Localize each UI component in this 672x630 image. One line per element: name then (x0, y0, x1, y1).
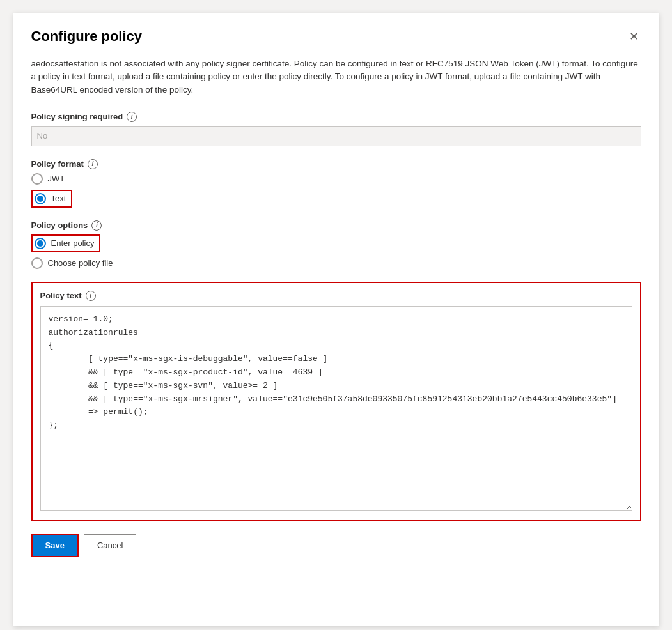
radio-jwt-label: JWT (48, 174, 65, 183)
dialog-title: Configure policy (31, 28, 143, 45)
policy-options-radio-group: Enter policy Choose policy file (31, 234, 641, 269)
radio-enter-policy-input[interactable] (35, 238, 46, 249)
policy-text-info-icon[interactable]: i (86, 291, 96, 301)
radio-choose-file-input[interactable] (31, 257, 43, 269)
policy-text-section: Policy text i (31, 282, 641, 521)
radio-jwt[interactable]: JWT (31, 173, 641, 185)
radio-choose-file[interactable]: Choose policy file (31, 257, 641, 269)
policy-options-label: Policy options i (31, 220, 641, 231)
policy-signing-select[interactable]: No (31, 126, 641, 146)
policy-options-group: Policy options i Enter policy Choose pol… (31, 220, 641, 269)
policy-format-info-icon[interactable]: i (88, 159, 98, 169)
cancel-button[interactable]: Cancel (84, 534, 136, 557)
save-button[interactable]: Save (31, 534, 79, 557)
radio-text-input[interactable] (35, 193, 46, 204)
policy-signing-info-icon[interactable]: i (127, 112, 137, 122)
text-radio-highlight: Text (31, 190, 73, 208)
configure-policy-dialog: Configure policy ✕ aedocsattestation is … (13, 13, 659, 626)
policy-text-label: Policy text i (40, 291, 632, 301)
policy-format-label: Policy format i (31, 159, 641, 169)
button-row: Save Cancel (31, 534, 641, 557)
enter-policy-highlight: Enter policy (31, 234, 101, 252)
policy-signing-label: Policy signing required i (31, 112, 641, 122)
radio-enter-policy-label: Enter policy (51, 238, 95, 248)
policy-signing-group: Policy signing required i No (31, 112, 641, 146)
dialog-header: Configure policy ✕ (31, 28, 641, 45)
radio-text[interactable]: Text (35, 193, 66, 204)
radio-jwt-input[interactable] (31, 173, 43, 185)
description-text: aedocsattestation is not associated with… (31, 58, 641, 96)
radio-enter-policy[interactable]: Enter policy (35, 238, 95, 249)
policy-text-input[interactable] (40, 306, 632, 511)
radio-choose-file-label: Choose policy file (48, 258, 113, 268)
policy-format-group: Policy format i JWT Text (31, 159, 641, 208)
policy-format-radio-group: JWT Text (31, 173, 641, 208)
close-button[interactable]: ✕ (627, 28, 641, 45)
policy-options-info-icon[interactable]: i (91, 220, 102, 231)
radio-text-label: Text (51, 194, 66, 203)
